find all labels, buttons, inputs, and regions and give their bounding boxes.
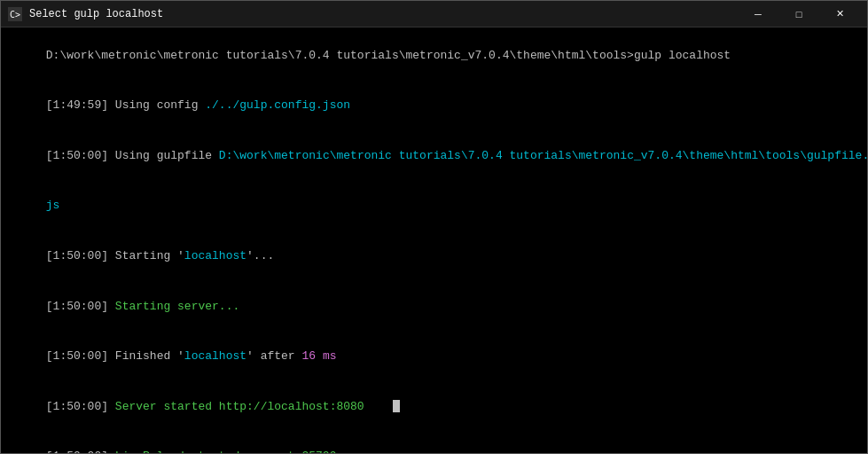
terminal-line: js: [4, 182, 864, 232]
title-bar-title: Select gulp localhost: [29, 8, 163, 20]
line-segment: js: [46, 199, 60, 212]
terminal-line: [1:50:00] Starting server...: [4, 282, 864, 333]
window: C> Select gulp localhost ─ □ ✕ D:\work\m…: [0, 0, 868, 454]
line-segment: LiveReload started on port 35729: [115, 450, 337, 453]
line-segment: [1:50:00] Using gulpfile: [46, 149, 219, 162]
line-segment: ./../gulp.config.json: [205, 98, 350, 112]
line-segment: Starting server...: [115, 300, 239, 313]
line-segment: [1:50:00]: [46, 450, 115, 453]
svg-text:C>: C>: [10, 10, 20, 20]
line-segment: '...: [246, 249, 274, 262]
terminal-cursor: [393, 400, 400, 412]
terminal-line: [1:50:00] Starting 'localhost'...: [4, 231, 864, 282]
line-segment: [1:50:00] Starting ': [46, 249, 184, 262]
minimize-button[interactable]: ─: [738, 1, 778, 27]
line-segment: 16 ms: [301, 349, 336, 363]
terminal-line: D:\work\metronic\metronic tutorials\7.0.…: [4, 31, 864, 82]
terminal-icon: C>: [8, 7, 22, 21]
terminal-line: [1:50:00] Using gulpfile D:\work\metroni…: [4, 131, 864, 182]
maximize-button[interactable]: □: [778, 1, 819, 27]
title-bar: C> Select gulp localhost ─ □ ✕: [1, 1, 867, 27]
terminal: D:\work\metronic\metronic tutorials\7.0.…: [1, 27, 867, 453]
title-bar-left: C> Select gulp localhost: [8, 7, 163, 21]
line-segment: localhost: [184, 249, 246, 262]
line-segment: [1:50:00] Finished ': [46, 349, 184, 363]
line-segment: [1:49:59] Using config: [46, 98, 205, 112]
terminal-line: [1:50:00] Finished 'localhost' after 16 …: [4, 332, 864, 382]
line-segment: Server started http://localhost:8080: [115, 400, 364, 413]
close-button[interactable]: ✕: [819, 1, 860, 27]
line-segment: ' after: [246, 349, 301, 363]
terminal-line: [1:50:00] LiveReload started on port 357…: [4, 432, 864, 453]
line-segment: [1:50:00]: [46, 400, 115, 413]
terminal-line: [1:49:59] Using config ./../gulp.config.…: [4, 82, 864, 132]
line-segment: gulp localhost: [634, 49, 731, 62]
line-segment: D:\work\metronic\metronic tutorials\7.0.…: [219, 149, 867, 162]
line-segment: [1:50:00]: [46, 300, 115, 313]
terminal-line: [1:50:00] Server started http://localhos…: [4, 382, 864, 433]
line-segment: localhost: [184, 349, 246, 363]
title-bar-controls: ─ □ ✕: [738, 1, 860, 27]
line-segment: [364, 400, 392, 413]
line-segment: D:\work\metronic\metronic tutorials\7.0.…: [46, 49, 634, 62]
